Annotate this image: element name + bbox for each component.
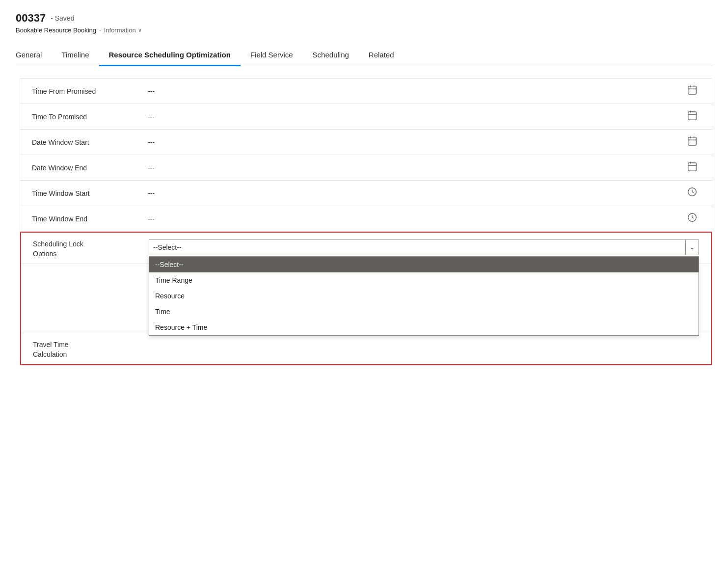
field-row-time-from-promised: Time From Promised --- (20, 79, 712, 104)
svg-rect-4 (688, 112, 697, 120)
calendar-svg-time-from (687, 84, 698, 95)
tab-bar: General Timeline Resource Scheduling Opt… (16, 46, 712, 66)
dropdown-item-resource-time[interactable]: Resource + Time (149, 320, 699, 335)
calendar-icon-time-to[interactable] (684, 110, 700, 123)
breadcrumb: Bookable Resource Booking · Information … (16, 27, 712, 34)
field-value-date-window-start: --- (140, 138, 684, 146)
field-label-time-to-promised: Time To Promised (32, 113, 140, 121)
field-label-date-window-end: Date Window End (32, 164, 140, 172)
field-row-date-window-start: Date Window Start --- (20, 130, 712, 155)
field-row-scheduling-lock-options: Scheduling Lock Options --Select-- ⌄ --S… (21, 233, 711, 264)
dropdown-item-resource[interactable]: Resource (149, 288, 699, 304)
page-wrapper: 00337 - Saved Bookable Resource Booking … (0, 0, 728, 587)
svg-rect-0 (688, 86, 697, 95)
tab-scheduling[interactable]: Scheduling (303, 46, 359, 66)
field-row-time-window-start: Time Window Start --- (20, 181, 712, 206)
clock-icon-time-window-start[interactable] (684, 187, 700, 200)
field-row-time-to-promised: Time To Promised --- (20, 104, 712, 130)
svg-rect-8 (688, 137, 697, 146)
field-value-time-from-promised: --- (140, 87, 684, 95)
scheduling-lock-select-wrapper: --Select-- ⌄ --Select-- Time Range Resou… (141, 240, 699, 255)
dropdown-item-select[interactable]: --Select-- (149, 257, 699, 272)
tab-related[interactable]: Related (359, 46, 404, 66)
tab-timeline[interactable]: Timeline (52, 46, 99, 66)
tab-field-service[interactable]: Field Service (241, 46, 303, 66)
scheduling-lock-dropdown: --Select-- Time Range Resource Time Reso… (149, 256, 699, 336)
field-label-time-window-end: Time Window End (32, 215, 140, 223)
field-value-date-window-end: --- (140, 164, 684, 172)
calendar-icon-date-window-start[interactable] (684, 135, 700, 149)
clock-icon-time-window-end[interactable] (684, 212, 700, 225)
chevron-down-icon: ∨ (138, 27, 142, 33)
breadcrumb-separator: · (99, 27, 101, 34)
select-placeholder: --Select-- (153, 243, 182, 251)
record-id: 00337 (16, 12, 46, 25)
svg-rect-12 (688, 163, 697, 171)
record-title: 00337 - Saved (16, 12, 712, 25)
field-row-date-window-end: Date Window End --- (20, 155, 712, 181)
breadcrumb-entity[interactable]: Bookable Resource Booking (16, 27, 96, 34)
field-label-time-window-start: Time Window Start (32, 189, 140, 197)
dropdown-item-time-range[interactable]: Time Range (149, 272, 699, 288)
select-arrow-icon: ⌄ (685, 240, 695, 255)
field-label-date-window-start: Date Window Start (32, 138, 140, 146)
calendar-icon-date-window-end[interactable] (684, 161, 700, 174)
field-row-time-window-end: Time Window End --- (20, 206, 712, 232)
calendar-svg-time-to (687, 110, 698, 121)
clock-svg-time-window-start (687, 187, 698, 197)
field-value-time-window-end: --- (140, 215, 684, 223)
field-label-time-from-promised: Time From Promised (32, 87, 140, 95)
form-section: Time From Promised --- Time To Promised … (20, 78, 712, 366)
scheduling-lock-select[interactable]: --Select-- ⌄ (149, 240, 699, 255)
field-row-travel-time-calculation: Travel Time Calculation (21, 333, 711, 364)
field-value-time-to-promised: --- (140, 113, 684, 121)
field-label-scheduling-lock-options: Scheduling Lock Options (33, 240, 141, 259)
calendar-icon-time-from[interactable] (684, 84, 700, 98)
calendar-svg-date-window-start (687, 135, 698, 146)
highlighted-section: Scheduling Lock Options --Select-- ⌄ --S… (20, 232, 712, 365)
clock-svg-time-window-end (687, 212, 698, 223)
breadcrumb-current-label: Information (104, 27, 136, 34)
dropdown-item-time[interactable]: Time (149, 304, 699, 320)
calendar-svg-date-window-end (687, 161, 698, 172)
record-status: - Saved (51, 14, 74, 22)
breadcrumb-current[interactable]: Information ∨ (104, 27, 142, 34)
tab-rso[interactable]: Resource Scheduling Optimization (99, 46, 241, 66)
tab-general[interactable]: General (16, 46, 52, 66)
field-label-travel-time: Travel Time Calculation (33, 340, 141, 359)
field-value-time-window-start: --- (140, 189, 684, 197)
